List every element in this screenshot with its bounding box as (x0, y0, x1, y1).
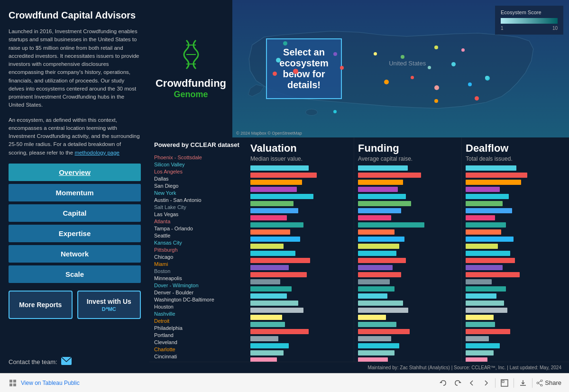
bar[interactable] (358, 208, 401, 213)
bar[interactable] (466, 187, 500, 192)
city-list-item[interactable]: Austin - San Antonio (154, 197, 242, 204)
view-on-tableau-label[interactable]: View on Tableau Public (21, 380, 80, 386)
redo-icon[interactable] (452, 378, 463, 388)
nav-scale-button[interactable]: Scale (9, 265, 141, 283)
bar[interactable] (250, 336, 278, 341)
bar[interactable] (358, 237, 404, 242)
bar[interactable] (250, 279, 280, 284)
bar[interactable] (466, 244, 498, 249)
map-dot-philly[interactable] (468, 82, 472, 86)
city-list-item[interactable]: Denver - Boulder (154, 289, 242, 296)
bar[interactable] (466, 279, 492, 284)
map-dot-la[interactable] (293, 69, 298, 74)
bar[interactable] (358, 308, 408, 313)
map-dot-charlotte[interactable] (411, 76, 414, 79)
bar[interactable] (250, 187, 297, 192)
city-list-item[interactable]: Portland (154, 332, 242, 339)
bar[interactable] (250, 286, 292, 292)
bar[interactable] (250, 201, 294, 206)
bar[interactable] (250, 293, 287, 299)
bar[interactable] (250, 315, 282, 320)
bar[interactable] (250, 265, 289, 270)
bar[interactable] (466, 301, 504, 306)
city-list-item[interactable]: Los Angeles (154, 168, 242, 175)
bar[interactable] (466, 308, 507, 313)
city-list-item[interactable]: Miami (154, 261, 242, 268)
city-list-item[interactable]: Boston (154, 268, 242, 275)
map-dot-dc[interactable] (485, 76, 489, 80)
bar[interactable] (358, 258, 406, 263)
city-list-item[interactable]: Philadelphia (154, 325, 242, 332)
map-dot-pittsburgh[interactable] (434, 46, 438, 49)
bar[interactable] (358, 222, 424, 228)
city-list-item[interactable]: Las Vegas (154, 211, 242, 218)
bar[interactable] (358, 165, 408, 171)
bar[interactable] (358, 279, 390, 284)
city-list-item[interactable]: Seattle (154, 232, 242, 239)
bar[interactable] (358, 251, 396, 256)
bar[interactable] (250, 329, 309, 334)
bar[interactable] (250, 180, 302, 185)
bar[interactable] (466, 237, 514, 242)
city-list-item[interactable]: Dover - Wilmington (154, 282, 242, 289)
nav-expertise-button[interactable]: Expertise (9, 225, 141, 242)
bar[interactable] (250, 272, 307, 277)
methodology-link[interactable]: methodology page (74, 150, 119, 155)
bar[interactable] (466, 329, 510, 334)
bar[interactable] (358, 286, 395, 292)
city-list-item[interactable]: Houston (154, 303, 242, 310)
bar[interactable] (466, 286, 506, 292)
map-dot-nashville[interactable] (428, 66, 431, 69)
city-list-item[interactable]: Pittsburgh (154, 246, 242, 254)
bar[interactable] (358, 201, 411, 206)
bar[interactable] (250, 301, 298, 306)
bar[interactable] (466, 343, 500, 348)
bar[interactable] (358, 343, 399, 348)
nav-capital-button[interactable]: Capital (9, 204, 141, 222)
bar[interactable] (466, 173, 527, 178)
bar[interactable] (358, 350, 395, 356)
download-icon[interactable] (518, 378, 528, 388)
bar[interactable] (250, 258, 310, 263)
bar[interactable] (250, 251, 295, 256)
bar[interactable] (250, 173, 317, 178)
city-list-item[interactable]: New York (154, 190, 242, 197)
forward-icon[interactable] (481, 378, 491, 388)
bar[interactable] (358, 194, 406, 199)
map-dot-dallas[interactable] (384, 80, 389, 84)
bar[interactable] (358, 315, 386, 320)
bar[interactable] (466, 293, 496, 299)
bar[interactable] (466, 265, 503, 270)
bar[interactable] (250, 229, 290, 235)
bar[interactable] (250, 350, 284, 356)
bar[interactable] (358, 301, 403, 306)
bar[interactable] (466, 322, 495, 327)
bar[interactable] (358, 215, 391, 220)
map-dot-seattle[interactable] (283, 41, 287, 46)
city-list-item[interactable]: Atlanta (154, 218, 242, 225)
bar[interactable] (250, 308, 303, 313)
bar[interactable] (250, 215, 287, 220)
bar[interactable] (250, 244, 284, 249)
map-dot-tampa[interactable] (434, 99, 438, 103)
bar[interactable] (466, 336, 489, 341)
nav-network-button[interactable]: Network (9, 245, 141, 263)
city-list-item[interactable]: Cincinnati (154, 353, 242, 360)
bar[interactable] (466, 229, 501, 235)
bar[interactable] (250, 194, 313, 199)
bar[interactable] (358, 329, 410, 334)
more-reports-button[interactable]: More Reports (9, 291, 73, 319)
email-icon[interactable] (61, 357, 72, 366)
bar[interactable] (358, 357, 388, 362)
bar[interactable] (358, 187, 398, 192)
city-list-item[interactable]: Minneapolis (154, 275, 242, 282)
bar[interactable] (358, 180, 403, 185)
bar[interactable] (466, 180, 521, 185)
bar[interactable] (358, 336, 391, 341)
city-list-item[interactable]: Cleveland (154, 339, 242, 346)
bar[interactable] (250, 222, 303, 228)
invest-with-us-button[interactable]: Invest with Us DᴬMC (77, 291, 141, 319)
city-list-item[interactable]: Kansas City (154, 239, 242, 246)
city-list-item[interactable]: Silicon Valley (154, 161, 242, 168)
bar[interactable] (250, 208, 298, 213)
